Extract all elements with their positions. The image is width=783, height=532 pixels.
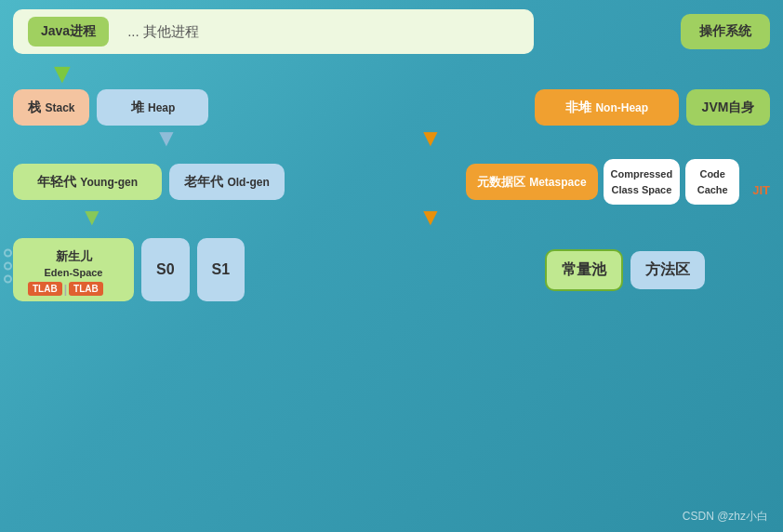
metaspace-arrow: ▼ (418, 205, 443, 229)
os-box: 操作系统 (681, 14, 770, 49)
young-gen-cn: 年轻代 (37, 174, 76, 189)
java-process-box: Java进程 (28, 17, 109, 47)
other-process-label: ... 其他进程 (127, 23, 199, 41)
method-area-label: 方法区 (645, 260, 690, 280)
metaspace-box: 元数据区 Metaspace (466, 164, 598, 200)
heap-en-label: Heap (148, 101, 175, 114)
process-to-stack-arrow: ▼ (13, 60, 770, 87)
s1-box: S1 (197, 238, 246, 301)
process-container: Java进程 ... 其他进程 (13, 9, 534, 54)
jvm-self-box: JVM自身 (686, 89, 770, 126)
deco-circles (4, 245, 12, 288)
stack-cn-label: 栈 (28, 100, 41, 114)
eden-en: Eden-Space (28, 267, 119, 278)
heap-arrow: ▼ (154, 126, 179, 150)
stack-box: 栈 Stack (13, 89, 89, 126)
java-process-label: Java进程 (41, 23, 96, 38)
old-gen-en: Old-gen (227, 176, 269, 189)
nonheap-children: 元数据区 Metaspace Compressed Class Space Co… (466, 159, 739, 205)
young-gen-arrow: ▼ (80, 205, 104, 229)
mid-arrows2-row: ▼ ▼ (13, 205, 770, 238)
tlab-divider: | (64, 283, 67, 296)
code-cache-box: Code Cache (685, 159, 739, 205)
nonheap-box: 非堆 Non-Heap (535, 89, 679, 126)
tlab1-badge: TLAB (28, 282, 62, 296)
compressed-line2: Class Space (611, 184, 671, 195)
eden-space-box: 新生儿 Eden-Space TLAB | TLAB (13, 238, 134, 301)
meta-cn: 元数据区 (477, 175, 525, 189)
jvm-label: JVM自身 (702, 100, 755, 114)
metaspace-children: 常量池 方法区 (545, 238, 705, 301)
nonheap-en-label: Non-Heap (595, 101, 648, 114)
csdn-credit: CSDN @zhz小白 (683, 509, 768, 525)
young-gen-box: 年轻代 Young-gen (13, 164, 162, 200)
s0-label: S0 (156, 261, 175, 278)
stack-en-label: Stack (45, 101, 74, 114)
nonheap-cn-label: 非堆 (565, 100, 591, 114)
os-label: 操作系统 (699, 23, 751, 38)
tlab-area: TLAB | TLAB (28, 282, 119, 296)
nonheap-arrow: ▼ (418, 126, 443, 150)
constant-pool-label: 常量池 (562, 260, 606, 280)
compressed-class-space-box: Compressed Class Space (604, 159, 681, 205)
compressed-line1: Compressed (611, 168, 673, 180)
constant-pool-box: 常量池 (545, 249, 623, 291)
eden-cn: 新生儿 (56, 249, 92, 263)
heap-box: 堆 Heap (97, 89, 208, 126)
s0-box: S0 (141, 238, 190, 301)
old-gen-box: 老年代 Old-gen (169, 164, 285, 200)
method-area-box: 方法区 (630, 251, 705, 289)
jit-label: JIT (752, 183, 770, 205)
young-gen-en: Young-gen (80, 176, 138, 189)
meta-en: Metaspace (529, 176, 586, 189)
code-cache-line2: Cache (697, 184, 728, 195)
code-cache-line1: Code (699, 168, 725, 180)
mid-arrows-row: ▼ ▼ (13, 126, 770, 159)
tlab2-badge: TLAB (69, 282, 103, 296)
s1-label: S1 (212, 261, 231, 278)
old-gen-cn: 老年代 (184, 174, 223, 189)
heap-cn-label: 堆 (131, 100, 144, 114)
